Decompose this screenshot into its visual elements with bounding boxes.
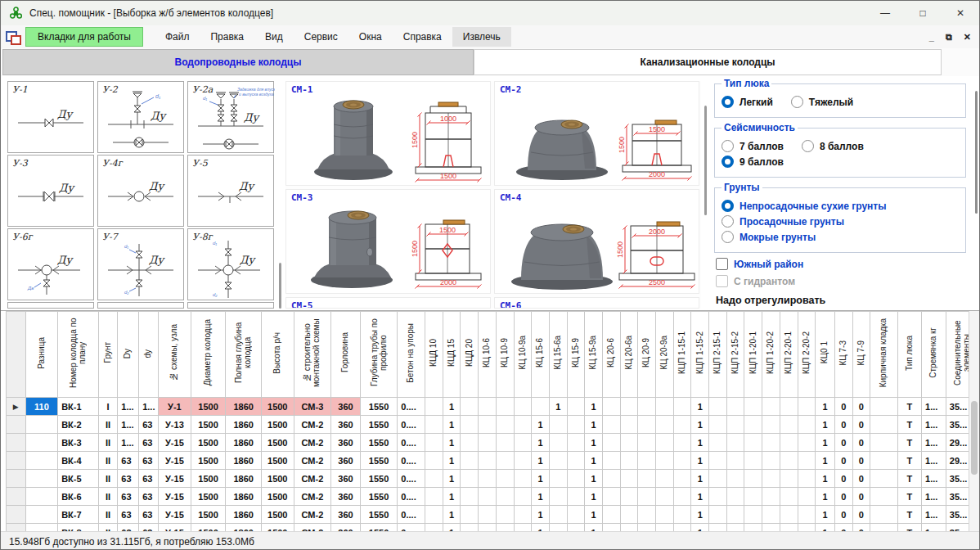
column-header-10[interactable]: Горловина: [331, 312, 361, 398]
radio-hatch-heavy[interactable]: Тяжелый: [791, 96, 853, 108]
tab-water-wells[interactable]: Водопроводные колодцы: [2, 49, 474, 75]
cell[interactable]: [673, 488, 691, 506]
cell[interactable]: 0....: [398, 506, 425, 524]
cell[interactable]: 110: [25, 398, 58, 416]
column-header-32[interactable]: КЦП 1-20-2: [762, 312, 780, 398]
cell[interactable]: [780, 452, 798, 470]
cell[interactable]: Т: [897, 398, 921, 416]
cell[interactable]: 63: [139, 434, 159, 452]
radio-seismicity-7[interactable]: 7 баллов: [722, 140, 784, 152]
scheme-cell-У-4г[interactable]: У-4г Ду: [97, 155, 184, 227]
cell[interactable]: [496, 506, 514, 524]
cell[interactable]: [656, 488, 674, 506]
cell[interactable]: [461, 470, 479, 488]
cell[interactable]: [620, 398, 638, 416]
scheme-cell-У-1[interactable]: У-1 Ду: [7, 81, 94, 153]
column-header-9[interactable]: № строительно монтажной схемы: [294, 312, 331, 398]
child-minimize-button[interactable]: _: [929, 32, 934, 42]
cell[interactable]: [798, 398, 816, 416]
cell[interactable]: [620, 452, 638, 470]
cell[interactable]: 1...: [922, 434, 946, 452]
cell[interactable]: [780, 398, 798, 416]
cell[interactable]: Т: [897, 434, 921, 452]
cell[interactable]: 1500: [191, 470, 226, 488]
cell[interactable]: 1500: [191, 506, 226, 524]
column-header-33[interactable]: КЦП 2-20-1: [780, 312, 798, 398]
column-header-17[interactable]: КЦ 10-9: [496, 312, 514, 398]
child-restore-button[interactable]: ⧉: [946, 32, 952, 43]
cell[interactable]: 360: [331, 398, 361, 416]
cell[interactable]: 1: [585, 488, 603, 506]
column-header-3[interactable]: Dy: [118, 312, 139, 398]
cell[interactable]: II: [98, 416, 118, 434]
cell[interactable]: [602, 488, 620, 506]
cell[interactable]: [496, 416, 514, 434]
column-header-22[interactable]: КЦ 15-9а: [585, 312, 603, 398]
child-close-button[interactable]: ✕: [964, 32, 971, 43]
cell[interactable]: [673, 506, 691, 524]
cell[interactable]: [798, 506, 816, 524]
column-header-18[interactable]: КЦ 10-9а: [514, 312, 532, 398]
cell[interactable]: 360: [331, 416, 361, 434]
cell[interactable]: [780, 488, 798, 506]
cell[interactable]: II: [98, 434, 118, 452]
scheme-cell-partial[interactable]: [7, 302, 94, 309]
cell[interactable]: [425, 398, 443, 416]
cell[interactable]: [549, 488, 567, 506]
cell[interactable]: Т: [897, 488, 921, 506]
cell[interactable]: [709, 506, 727, 524]
cell[interactable]: [798, 488, 816, 506]
cell[interactable]: СМ-2: [294, 470, 331, 488]
cell[interactable]: [461, 398, 479, 416]
cell[interactable]: [780, 416, 798, 434]
cell[interactable]: 63: [118, 452, 139, 470]
cell[interactable]: [425, 452, 443, 470]
cell[interactable]: II: [98, 506, 118, 524]
cell[interactable]: 1...: [922, 416, 946, 434]
cell[interactable]: 360: [331, 434, 361, 452]
cell[interactable]: 1: [691, 434, 709, 452]
cell[interactable]: [567, 452, 585, 470]
cell[interactable]: 1: [691, 452, 709, 470]
cell[interactable]: 0: [852, 506, 870, 524]
cell[interactable]: [798, 452, 816, 470]
cell[interactable]: [709, 416, 727, 434]
cell[interactable]: [780, 506, 798, 524]
cell[interactable]: 63: [118, 488, 139, 506]
cell[interactable]: 1...: [922, 452, 946, 470]
cell[interactable]: 1: [691, 506, 709, 524]
cell[interactable]: СМ-2: [294, 452, 331, 470]
cell[interactable]: 1860: [226, 470, 262, 488]
cell[interactable]: 1860: [226, 506, 262, 524]
cell[interactable]: 63: [139, 470, 159, 488]
cell[interactable]: I: [98, 398, 118, 416]
cell[interactable]: 1: [691, 470, 709, 488]
cell[interactable]: [762, 470, 780, 488]
cell[interactable]: [496, 470, 514, 488]
cell[interactable]: 360: [331, 488, 361, 506]
cell[interactable]: Т: [897, 506, 921, 524]
cell[interactable]: II: [98, 488, 118, 506]
radio-seismicity-9[interactable]: 9 баллов: [722, 156, 784, 168]
cell[interactable]: 1: [691, 416, 709, 434]
cell[interactable]: 0: [834, 506, 852, 524]
cell[interactable]: [532, 398, 550, 416]
column-header-34[interactable]: КЦП 2-20-2: [798, 312, 816, 398]
cell[interactable]: 1: [585, 452, 603, 470]
checkbox-with-hydrant[interactable]: С гидрантом: [716, 275, 795, 287]
cell[interactable]: СМ-2: [294, 506, 331, 524]
cell[interactable]: 1: [691, 398, 709, 416]
table-row-2[interactable]: ВК-2II1...63У-13150018601500СМ-236015500…: [7, 416, 979, 434]
cell[interactable]: [549, 506, 567, 524]
cell[interactable]: 0: [834, 398, 852, 416]
cell[interactable]: [25, 416, 58, 434]
cell[interactable]: [656, 506, 674, 524]
cell[interactable]: 1: [443, 398, 461, 416]
cell[interactable]: [425, 506, 443, 524]
cell[interactable]: 0: [834, 434, 852, 452]
cell[interactable]: [744, 434, 762, 452]
cell[interactable]: 360: [331, 452, 361, 470]
cell[interactable]: 1550: [360, 506, 398, 524]
cell[interactable]: [744, 452, 762, 470]
cell[interactable]: [461, 452, 479, 470]
